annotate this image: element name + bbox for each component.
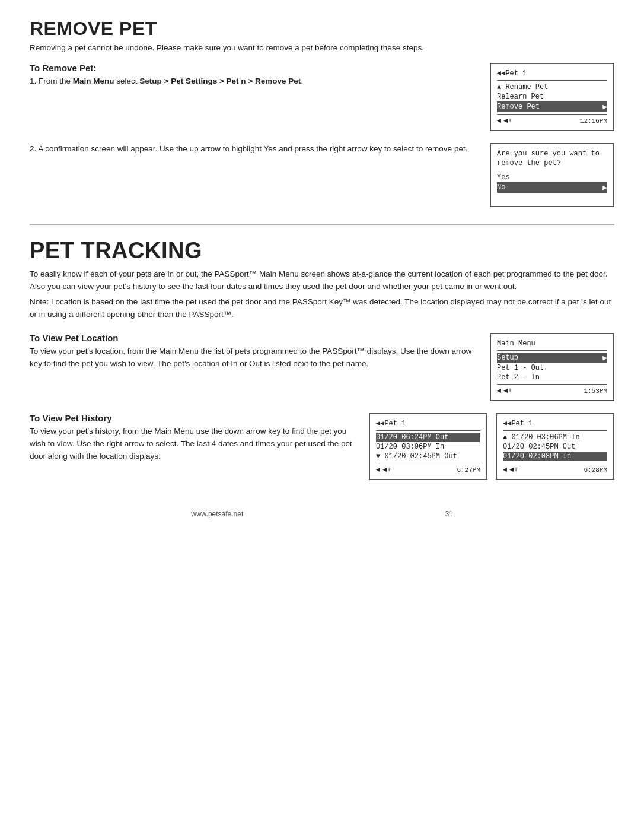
step1-select: select	[114, 77, 140, 85]
screen2-prompt2: remove the pet?	[497, 158, 607, 168]
loc-row1-text: Setup	[497, 354, 518, 362]
hist2-divider	[503, 430, 607, 431]
screen2-prompt1-text: Are you sure you want to	[497, 150, 600, 158]
screen1-footer-icon2: ◄+	[503, 117, 512, 125]
hist1-row1: 01/20 06:24PM Out	[376, 433, 480, 442]
loc-row1-arrow: ▶	[602, 353, 607, 363]
history-body: To view your pet's history, from the Mai…	[30, 425, 358, 463]
hist2-footer-time: 6:28PM	[584, 466, 607, 474]
hist1-footer-icon2: ◄+	[382, 466, 391, 474]
loc-row2-text: Pet 1 - Out	[497, 364, 544, 372]
hist2-header-text: ◄◄Pet 1	[503, 420, 533, 428]
hist1-footer-time: 6:27PM	[457, 466, 480, 474]
section-divider	[30, 224, 614, 225]
step2-body: 2. A confirmation screen will appear. Us…	[30, 143, 472, 155]
step1-body: 1. From the Main Menu select Setup > Pet…	[30, 75, 472, 88]
view-location-section: To View Pet Location To view your pet's …	[30, 333, 614, 401]
location-screen-col: Main Menu Setup ▶ Pet 1 - Out Pet 2 - In…	[490, 333, 614, 401]
screen1-row1-text: ▲ Rename Pet	[497, 83, 548, 91]
screen1-footer: ◄ ◄+ 12:16PM	[497, 117, 607, 125]
hist2-footer-icon2: ◄+	[509, 466, 518, 474]
screen2-spacer	[497, 168, 607, 173]
hist1-footer-icon1: ◄	[376, 466, 380, 474]
step1-prefix: 1. From the	[30, 77, 73, 85]
tracking-note: Note: Location is based on the last time…	[30, 296, 614, 321]
screen1: ◄◄Pet 1 ▲ Rename Pet Relearn Pet Remove …	[490, 63, 614, 131]
screen1-footer-time: 12:16PM	[580, 118, 607, 125]
screen2-col: Are you sure you want to remove the pet?…	[490, 143, 614, 207]
pet-tracking-title: PET TRACKING	[30, 238, 614, 263]
location-body: To view your pet's location, from the Ma…	[30, 345, 472, 370]
screen2-no-text: No	[497, 183, 505, 192]
screen-history2: ◄◄Pet 1 ▲ 01/20 03:06PM In 01/20 02:45PM…	[496, 413, 614, 480]
loc-footer-icon1: ◄	[497, 387, 501, 395]
hist1-footer: ◄ ◄+ 6:27PM	[376, 466, 480, 474]
screen1-row3-text: Remove Pet	[497, 103, 540, 111]
hist2-row2-text: 01/20 02:45PM Out	[503, 443, 575, 451]
screen2: Are you sure you want to remove the pet?…	[490, 143, 614, 207]
location-text-col: To View Pet Location To view your pet's …	[30, 333, 472, 370]
hist1-footer-divider	[376, 463, 480, 463]
footer-url: www.petsafe.net	[191, 510, 243, 518]
screen1-row2-text: Relearn Pet	[497, 93, 544, 101]
remove-pet-subsection-title: To Remove Pet:	[30, 63, 472, 73]
remove-pet-section: REMOVE PET Removing a pet cannot be undo…	[30, 18, 614, 207]
hist2-row2: 01/20 02:45PM Out	[503, 442, 607, 452]
hist2-row3: 01/20 02:08PM In	[503, 452, 607, 461]
screen1-row1: ▲ Rename Pet	[497, 82, 607, 92]
footer-page: 31	[445, 510, 452, 518]
step1-bold-mainmenu: Main Menu	[73, 77, 114, 85]
step2-row: 2. A confirmation screen will appear. Us…	[30, 143, 614, 207]
hist1-header: ◄◄Pet 1	[376, 419, 480, 428]
screen1-divider	[497, 80, 607, 81]
hist1-row3-text: ▼ 01/20 02:45PM Out	[376, 452, 457, 461]
screen1-header: ◄◄Pet 1	[497, 69, 607, 78]
hist2-row1: ▲ 01/20 03:06PM In	[503, 433, 607, 442]
tracking-intro: To easily know if each of your pets are …	[30, 268, 614, 293]
hist2-row3-text: 01/20 02:08PM In	[503, 452, 571, 461]
hist1-divider	[376, 430, 480, 431]
history-text-col: To View Pet History To view your pet's h…	[30, 413, 358, 463]
history-title: To View Pet History	[30, 413, 358, 423]
screen2-bottom-spacer	[497, 193, 607, 201]
hist2-footer-icon1: ◄	[503, 466, 507, 474]
location-title: To View Pet Location	[30, 333, 472, 343]
screen1-row3-arrow: ▶	[602, 102, 607, 112]
hist1-row3: ▼ 01/20 02:45PM Out	[376, 452, 480, 461]
loc-footer-icon2: ◄+	[503, 387, 512, 395]
loc-footer-time: 1:53PM	[584, 388, 607, 395]
loc-footer-divider	[497, 384, 607, 385]
screen2-prompt1: Are you sure you want to	[497, 149, 607, 158]
loc-row3-text: Pet 2 - In	[497, 373, 540, 382]
hist2-header: ◄◄Pet 1	[503, 419, 607, 428]
loc-header: Main Menu	[497, 339, 607, 348]
screen2-yes-text: Yes	[497, 173, 510, 182]
hist1-row2: 01/20 03:06PM In	[376, 442, 480, 452]
screen2-no-row: No ▶	[497, 182, 607, 193]
screen1-row3: Remove Pet ▶	[497, 101, 607, 112]
screen1-footer-divider	[497, 114, 607, 115]
footer: www.petsafe.net 31	[30, 510, 614, 518]
screen1-col: ◄◄Pet 1 ▲ Rename Pet Relearn Pet Remove …	[490, 63, 614, 131]
history-screens-col: ◄◄Pet 1 01/20 06:24PM Out 01/20 03:06PM …	[369, 413, 614, 480]
loc-row3: Pet 2 - In	[497, 373, 607, 382]
hist1-row2-text: 01/20 03:06PM In	[376, 443, 444, 451]
hist1-row1-text: 01/20 06:24PM Out	[376, 433, 448, 442]
loc-footer: ◄ ◄+ 1:53PM	[497, 387, 607, 395]
step1-bold-path: Setup > Pet Settings > Pet n > Remove Pe…	[139, 77, 301, 85]
remove-pet-title: REMOVE PET	[30, 18, 614, 40]
screen1-header-text: ◄◄Pet 1	[497, 69, 527, 78]
screen1-footer-icon1: ◄	[497, 117, 501, 125]
step1-row: To Remove Pet: 1. From the Main Menu sel…	[30, 63, 614, 131]
screen-history1: ◄◄Pet 1 01/20 06:24PM Out 01/20 03:06PM …	[369, 413, 487, 480]
hist1-header-text: ◄◄Pet 1	[376, 420, 406, 428]
hist2-footer-divider	[503, 463, 607, 463]
loc-divider	[497, 350, 607, 351]
remove-pet-subtitle: Removing a pet cannot be undone. Please …	[30, 43, 614, 52]
view-history-section: To View Pet History To view your pet's h…	[30, 413, 614, 480]
loc-row1: Setup ▶	[497, 353, 607, 363]
screen2-yes-row: Yes	[497, 173, 607, 182]
loc-row2: Pet 1 - Out	[497, 363, 607, 373]
hist2-row1-text: ▲ 01/20 03:06PM In	[503, 433, 580, 442]
step1-text-col: To Remove Pet: 1. From the Main Menu sel…	[30, 63, 472, 88]
